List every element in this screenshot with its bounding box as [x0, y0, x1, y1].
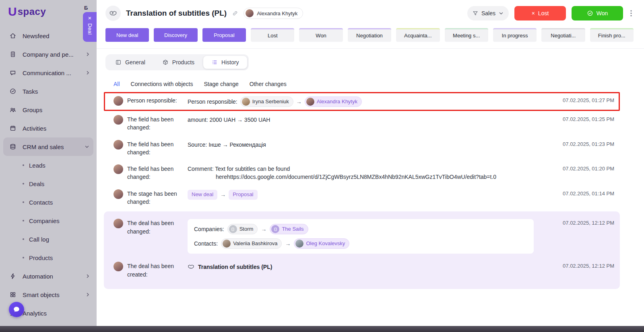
- deal-icon: [105, 6, 121, 21]
- companies-change-line: Companies: Storm → The Sails: [194, 224, 527, 234]
- history-row-content: Person responsible: Iryna Serbeniuk → Al…: [188, 96, 542, 107]
- avatar: [295, 240, 303, 248]
- stage-new-deal[interactable]: New deal: [105, 28, 149, 42]
- stage-acquaintance[interactable]: Acquainta...: [396, 28, 440, 42]
- close-icon[interactable]: ×: [88, 15, 92, 21]
- history-row-amount-changed: The field has been changed: amount: 2000…: [104, 111, 620, 136]
- funnel-icon: [473, 10, 478, 16]
- contact-chip-to[interactable]: Oleg Kovalevsky: [294, 238, 349, 249]
- company-chip-from[interactable]: Storm: [227, 224, 258, 234]
- history-row-label: The field has been changed:: [127, 115, 184, 132]
- window-bottom-edge: [0, 326, 644, 332]
- deal-panel-tab[interactable]: × Deal: [83, 12, 97, 42]
- pipeline: New deal Discovery Proposal Lost Won Neg…: [97, 26, 644, 49]
- deal-tab-label: Deal: [87, 23, 93, 35]
- history-date: 07.02.2025, 01:20 PM: [546, 164, 614, 172]
- avatar: [114, 262, 123, 271]
- history-date: 07.02.2025, 01:14 PM: [546, 189, 614, 197]
- products-icon: [162, 59, 169, 66]
- history-section: All Connections with objects Stage chang…: [104, 75, 620, 289]
- funnel-select[interactable]: Sales: [467, 6, 509, 20]
- history-row-label: Person responsible:: [127, 96, 184, 105]
- arrow-icon: →: [261, 225, 266, 233]
- lost-button[interactable]: × Lost: [514, 6, 566, 20]
- avatar: [114, 189, 123, 199]
- company-name: Storm: [239, 225, 254, 233]
- stage-discovery[interactable]: Discovery: [154, 28, 197, 42]
- history-row-content: New deal → Proposal: [188, 189, 542, 200]
- history-row-deal-changed: The deal has been changed: Companies: St…: [104, 215, 620, 258]
- stage-chip-to[interactable]: Proposal: [229, 190, 257, 200]
- header-actions: Sales × Lost Won: [467, 6, 634, 20]
- deal-icon: [188, 263, 194, 270]
- avatar: [246, 9, 254, 17]
- history-group-deal-events: The deal has been changed: Companies: St…: [104, 211, 620, 289]
- avatar: [242, 98, 250, 106]
- contacts-change-line: Contacts: Valeriia Bashkirova → Oleg Kov…: [194, 238, 527, 249]
- owner-name: Alexandra Khytyk: [257, 10, 297, 16]
- tab-general[interactable]: General: [107, 56, 153, 69]
- filter-stage-change[interactable]: Stage change: [204, 81, 238, 87]
- stage-lost[interactable]: Lost: [251, 28, 294, 42]
- history-date: 07.02.2025, 12:12 PM: [546, 219, 614, 226]
- deal-created-entry[interactable]: Translation of subtitles (PL): [188, 263, 272, 271]
- content-text-line1: Comment: Text for subtitles can be found: [188, 165, 542, 173]
- building-icon: [271, 225, 279, 233]
- tab-products[interactable]: Products: [154, 56, 202, 69]
- avatar: [114, 219, 123, 228]
- person-chip-from[interactable]: Iryna Serbeniuk: [240, 96, 293, 107]
- company-chip-to[interactable]: The Sails: [270, 224, 308, 234]
- content-text-line2: herehttps://docs.google.com/document/d/1…: [188, 173, 542, 181]
- avatar: [114, 164, 123, 174]
- close-x-icon: ×: [532, 10, 535, 16]
- content-text: amount: 2000 UAH → 3500 UAH: [188, 116, 270, 124]
- tab-label: Products: [172, 59, 194, 66]
- history-row-person-responsible: Person responsible: Person responsible: …: [104, 92, 620, 111]
- history-date: 07.02.2025, 12:12 PM: [546, 262, 614, 269]
- stage-won[interactable]: Won: [299, 28, 343, 42]
- screen: U spacy Newsfeed Company and pe... Commu…: [0, 0, 644, 332]
- stage-in-progress[interactable]: In progress: [493, 28, 537, 42]
- history-row-content: Comment: Text for subtitles can be found…: [188, 164, 542, 181]
- stage-finish[interactable]: Finish pro...: [590, 28, 634, 42]
- stage-negotiation-2[interactable]: Negotiati...: [541, 28, 585, 42]
- tabs-row: General Products History: [97, 49, 644, 70]
- person-chip-to[interactable]: Alexandra Khytyk: [305, 96, 362, 107]
- filter-connections-with-objects[interactable]: Connections with objects: [131, 81, 193, 87]
- stage-meeting[interactable]: Meeting s...: [445, 28, 488, 42]
- stage-negotiation[interactable]: Negotiation: [348, 28, 391, 42]
- kebab-menu-icon[interactable]: [629, 10, 634, 16]
- history-row-label: The field has been changed:: [127, 140, 184, 157]
- history-date: 07.02.2025, 01:27 PM: [546, 96, 614, 103]
- deal-change-card: Companies: Storm → The Sails: [188, 219, 534, 254]
- funnel-label: Sales: [481, 10, 495, 16]
- history-row-content: Source: Інше → Рекомендація: [188, 140, 542, 150]
- chevron-down-icon: [499, 11, 504, 16]
- owner-chip[interactable]: Alexandra Khytyk: [244, 8, 303, 19]
- filter-all[interactable]: All: [114, 81, 120, 87]
- chat-bubble-button[interactable]: [9, 302, 24, 317]
- modal-overlay[interactable]: [0, 0, 97, 332]
- history-filters: All Connections with objects Stage chang…: [104, 75, 620, 92]
- history-row-label: The deal has been created:: [127, 262, 184, 279]
- tab-label: General: [125, 59, 145, 66]
- history-date: 07.02.2025, 01:23 PM: [546, 140, 614, 147]
- history-row-label: The deal has been changed:: [127, 219, 184, 236]
- stage-chip-from[interactable]: New deal: [188, 190, 217, 200]
- general-icon: [115, 59, 122, 66]
- avatar: [306, 98, 314, 106]
- contact-chip-from[interactable]: Valeriia Bashkirova: [221, 238, 282, 249]
- history-date: 07.02.2025, 01:25 PM: [546, 115, 614, 122]
- page-title: Translation of subtitles (PL): [126, 9, 227, 18]
- won-button[interactable]: Won: [572, 6, 623, 20]
- copy-link-icon[interactable]: [232, 10, 238, 16]
- stage-proposal[interactable]: Proposal: [202, 28, 246, 42]
- lost-label: Lost: [538, 10, 549, 16]
- arrow-icon: →: [285, 240, 291, 248]
- tab-history[interactable]: History: [203, 56, 247, 69]
- person-name: Alexandra Khytyk: [317, 98, 357, 106]
- filter-other-changes[interactable]: Other changes: [250, 81, 287, 87]
- avatar: [223, 240, 231, 248]
- arrow-icon: →: [296, 98, 302, 106]
- history-row-source-changed: The field has been changed: Source: Інше…: [104, 136, 620, 161]
